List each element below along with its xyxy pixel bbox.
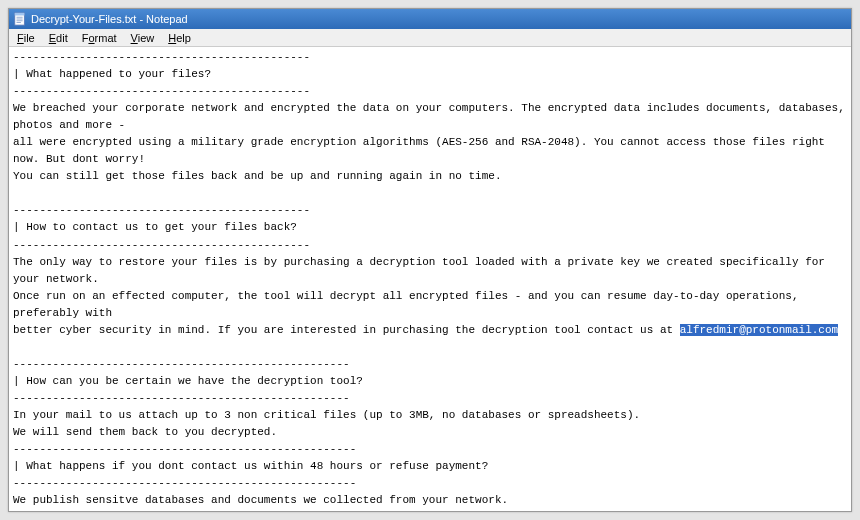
- text-line: The only way to restore your files is by…: [13, 256, 832, 285]
- heading-q2: | How to contact us to get your files ba…: [13, 221, 297, 233]
- sep: ----------------------------------------…: [13, 443, 356, 455]
- title-bar[interactable]: Decrypt-Your-Files.txt - Notepad: [9, 9, 851, 29]
- text-line: We breached your corporate network and e…: [13, 102, 851, 131]
- text-line: You can still get those files back and b…: [13, 170, 501, 182]
- sep: ----------------------------------------…: [13, 358, 350, 370]
- menu-bar: File Edit Format View Help: [9, 29, 851, 47]
- menu-file[interactable]: File: [11, 31, 41, 45]
- notepad-icon: [13, 12, 27, 26]
- email-highlight: alfredmir@protonmail.com: [680, 324, 838, 336]
- heading-q1: | What happened to your files?: [13, 68, 211, 80]
- text-content[interactable]: ----------------------------------------…: [9, 47, 851, 511]
- notepad-window: Decrypt-Your-Files.txt - Notepad File Ed…: [8, 8, 852, 512]
- text-line: all were encrypted using a military grad…: [13, 136, 832, 165]
- text-line: better cyber security in mind. If you ar…: [13, 324, 680, 336]
- svg-rect-1: [15, 13, 25, 16]
- text-line: In your mail to us attach up to 3 non cr…: [13, 409, 640, 421]
- menu-view[interactable]: View: [125, 31, 161, 45]
- text-line: We publish sensitve databases and docume…: [13, 494, 508, 506]
- sep: ----------------------------------------…: [13, 51, 310, 63]
- menu-format[interactable]: Format: [76, 31, 123, 45]
- window-title: Decrypt-Your-Files.txt - Notepad: [31, 13, 188, 25]
- text-line: We will send them back to you decrypted.: [13, 426, 277, 438]
- sep: ----------------------------------------…: [13, 204, 310, 216]
- menu-help[interactable]: Help: [162, 31, 197, 45]
- heading-q4: | What happens if you dont contact us wi…: [13, 460, 488, 472]
- sep: ----------------------------------------…: [13, 85, 310, 97]
- sep: ----------------------------------------…: [13, 239, 310, 251]
- menu-edit[interactable]: Edit: [43, 31, 74, 45]
- sep: ----------------------------------------…: [13, 477, 356, 489]
- text-line: Once run on an effected computer, the to…: [13, 290, 805, 319]
- heading-q3: | How can you be certain we have the dec…: [13, 375, 363, 387]
- sep: ----------------------------------------…: [13, 392, 350, 404]
